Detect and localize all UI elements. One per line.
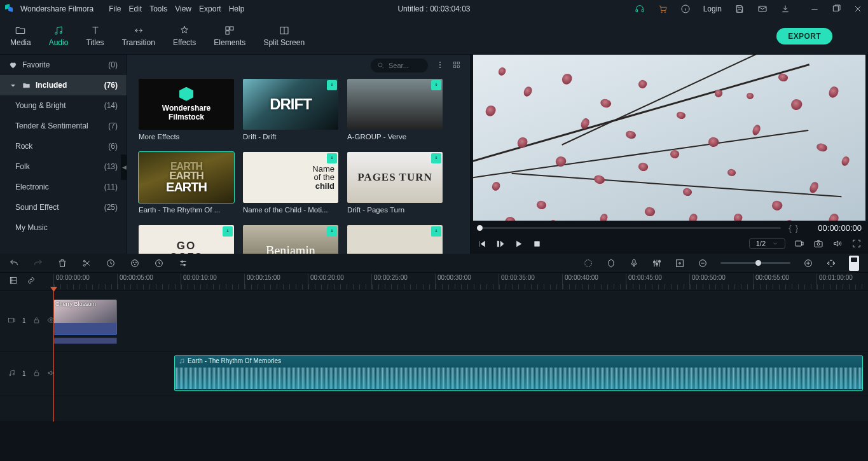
sidebar-included[interactable]: Included (76) [0, 75, 127, 95]
timeline-ruler[interactable]: 00:00:00:0000:00:05:0000:00:10:0000:00:1… [53, 273, 868, 290]
video-clip[interactable]: Cherry Blossom [53, 299, 117, 335]
tab-elements[interactable]: Elements [214, 25, 245, 47]
download-badge-icon[interactable] [431, 80, 441, 90]
zoom-knob-icon[interactable] [755, 260, 761, 266]
tab-audio[interactable]: Audio [49, 25, 69, 47]
frame-brackets[interactable]: {} [789, 223, 798, 233]
card-drift2[interactable] [347, 225, 443, 254]
card-verve[interactable]: A-GROUP - Verve [347, 79, 443, 141]
undo-icon[interactable] [9, 258, 19, 268]
card-benjamin[interactable]: Benjamin [243, 225, 338, 254]
audio-track-body[interactable]: Earth - The Rhythm Of Memories [53, 352, 868, 396]
download-badge-icon[interactable] [223, 226, 233, 237]
maximize-icon[interactable] [831, 4, 841, 14]
menu-view[interactable]: View [175, 4, 191, 13]
headset-icon[interactable] [635, 4, 645, 14]
sidebar-item-mymusic[interactable]: My Music [0, 217, 127, 238]
card-earth[interactable]: EARTHEARTHEARTH Earth - The Rhythm Of ..… [139, 152, 234, 214]
download-badge-icon[interactable] [327, 153, 337, 163]
tab-transition[interactable]: Transition [122, 25, 155, 47]
track-height-toggle[interactable] [849, 256, 859, 271]
save-icon[interactable] [734, 4, 745, 14]
download-badge-icon[interactable] [327, 80, 337, 90]
sidebar-favorite[interactable]: Favorite (0) [0, 55, 127, 75]
download-badge-icon[interactable] [431, 153, 441, 163]
video-clip-audio[interactable] [53, 338, 117, 344]
sidebar-item-folk[interactable]: Folk(13) [0, 156, 127, 177]
render-icon[interactable] [583, 258, 593, 268]
track-lock-icon[interactable] [32, 316, 41, 326]
playhead[interactable] [53, 291, 54, 422]
search-input[interactable] [389, 62, 418, 69]
tracks-manage-icon[interactable] [9, 276, 18, 287]
snapshot-icon[interactable] [813, 238, 823, 249]
scrubber-knob-icon[interactable] [477, 225, 483, 231]
quality-icon[interactable] [794, 238, 804, 249]
sidebar-collapse-handle[interactable]: ◀ [121, 155, 127, 180]
sort-icon[interactable] [436, 60, 444, 71]
menu-edit[interactable]: Edit [129, 4, 142, 13]
sidebar-item-soundfx[interactable]: Sound Effect(25) [0, 197, 127, 217]
card-notc[interactable]: Nameof thechild Name of the Child - Moti… [243, 152, 338, 214]
color-icon[interactable] [130, 258, 140, 268]
zoom-fit-icon[interactable] [826, 258, 836, 268]
sidebar-item-young[interactable]: Young & Bright(14) [0, 95, 127, 116]
card-go[interactable]: GOGOES [139, 225, 234, 254]
spare-track-body[interactable] [53, 396, 868, 421]
grid-view-icon[interactable] [452, 60, 461, 71]
info-icon[interactable] [680, 4, 691, 14]
zoom-out-icon[interactable] [698, 258, 708, 268]
preview-scrubber[interactable] [477, 227, 781, 229]
card-filmstock[interactable]: WondershareFilmstock More Effects [139, 79, 234, 141]
play-pause-icon[interactable] [495, 239, 505, 249]
menu-help[interactable]: Help [229, 4, 245, 13]
card-drift[interactable]: DRIFT Drift - Drift [243, 79, 338, 141]
speed-icon[interactable] [154, 258, 164, 268]
export-button[interactable]: EXPORT [776, 28, 832, 45]
delete-icon[interactable] [57, 258, 67, 268]
svg-point-42 [679, 262, 681, 264]
adjust-icon[interactable] [178, 258, 188, 268]
search-input-wrap[interactable] [371, 58, 428, 72]
mail-icon[interactable] [757, 4, 768, 14]
volume-icon[interactable] [832, 238, 843, 249]
split-icon[interactable] [81, 258, 92, 268]
sidebar-item-tender[interactable]: Tender & Sentimental(7) [0, 116, 127, 136]
download-badge-icon[interactable] [431, 226, 441, 237]
mixer-icon[interactable] [652, 258, 662, 268]
tab-media[interactable]: Media [10, 25, 31, 47]
prev-frame-icon[interactable] [477, 239, 486, 249]
menu-file[interactable]: File [109, 4, 121, 13]
preview-viewport[interactable]: /*flowers added below after body*/ [473, 55, 865, 221]
minimize-icon[interactable] [809, 4, 820, 14]
menu-tools[interactable]: Tools [149, 4, 167, 13]
marker-icon[interactable] [606, 258, 616, 268]
tab-split-screen[interactable]: Split Screen [263, 25, 305, 47]
fullscreen-icon[interactable] [851, 238, 862, 249]
sidebar-item-electronic[interactable]: Electronic(11) [0, 177, 127, 197]
track-lock-icon[interactable] [32, 369, 41, 378]
download-badge-icon[interactable] [327, 226, 337, 237]
link-icon[interactable] [27, 276, 36, 287]
play-icon[interactable] [514, 239, 523, 249]
login-link[interactable]: Login [703, 4, 722, 13]
menu-export[interactable]: Export [199, 4, 221, 13]
keyframe-icon[interactable] [675, 258, 685, 268]
record-icon[interactable] [629, 258, 639, 268]
crop-icon[interactable] [106, 258, 116, 268]
video-track-body[interactable]: Cherry Blossom [53, 291, 868, 351]
zoom-in-icon[interactable] [803, 258, 813, 268]
sidebar-item-count: (11) [104, 182, 118, 191]
stop-icon[interactable] [532, 239, 542, 249]
preview-ratio-select[interactable]: 1/2 [749, 238, 785, 249]
tab-titles[interactable]: Titles [86, 25, 104, 47]
card-pages[interactable]: PAGES TURN Drift - Pages Turn [347, 152, 443, 214]
audio-clip[interactable]: Earth - The Rhythm Of Memories [174, 355, 863, 391]
redo-icon[interactable] [33, 258, 43, 268]
cart-icon[interactable] [658, 4, 668, 14]
tab-effects[interactable]: Effects [173, 25, 196, 47]
close-icon[interactable] [853, 4, 863, 14]
sidebar-item-rock[interactable]: Rock(6) [0, 136, 127, 156]
download-icon[interactable] [780, 4, 790, 14]
zoom-slider[interactable] [720, 262, 790, 264]
